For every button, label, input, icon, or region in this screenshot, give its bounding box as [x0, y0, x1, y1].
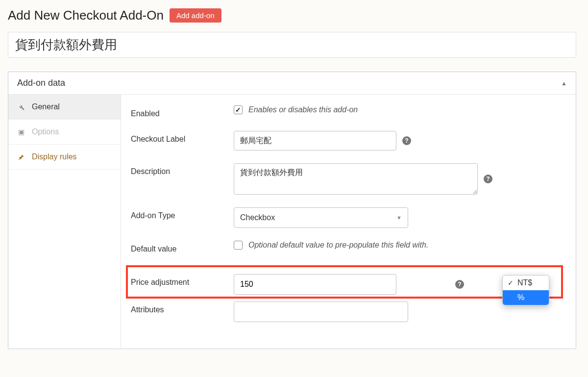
wrench-icon	[17, 103, 25, 111]
label-enabled: Enabled	[131, 105, 234, 118]
default-value-hint: Optional default value to pre-populate t…	[248, 241, 428, 250]
tabs-sidebar: General ▣ Options Display rules	[8, 95, 121, 349]
label-price-adjustment: Price adjustment	[131, 274, 234, 287]
description-textarea[interactable]	[234, 163, 478, 195]
unit-option-label: %	[517, 293, 524, 302]
tab-display-rules[interactable]: Display rules	[8, 145, 121, 170]
tab-label: General	[32, 102, 60, 111]
plus-square-icon: ▣	[17, 128, 25, 136]
chevron-down-icon: ▼	[396, 215, 402, 221]
help-icon[interactable]: ?	[484, 175, 492, 183]
addon-type-value: Checkbox	[240, 213, 275, 222]
add-addon-button[interactable]: Add add-on	[170, 8, 221, 23]
addon-data-panel: Add-on data ▲ General ▣ Options Display …	[8, 72, 576, 349]
label-default-value: Default value	[131, 241, 234, 253]
tab-label: Display rules	[32, 152, 77, 161]
enabled-hint: Enables or disables this add-on	[248, 105, 358, 114]
label-addon-type: Add-on Type	[131, 207, 234, 220]
collapse-toggle-icon[interactable]: ▲	[561, 80, 567, 87]
tab-label: Options	[32, 127, 59, 136]
checkmark-icon: ✓	[508, 279, 514, 287]
default-value-checkbox[interactable]	[234, 241, 243, 250]
unit-option-label: NT$	[517, 278, 532, 287]
unit-option-currency[interactable]: ✓ NT$	[503, 276, 549, 290]
addon-type-select[interactable]: Checkbox ▼	[234, 207, 408, 228]
label-checkout-label: Checkout Label	[131, 131, 234, 144]
price-adjustment-row: Price adjustment ? ✓ NT$ %	[127, 266, 562, 298]
addon-title-input[interactable]	[8, 32, 576, 58]
attributes-input[interactable]	[234, 302, 408, 322]
tab-general[interactable]: General	[8, 95, 121, 120]
help-icon[interactable]: ?	[455, 280, 464, 289]
page-title: Add New Checkout Add-On	[8, 8, 164, 23]
label-attributes: Attributes	[131, 302, 234, 314]
tab-options[interactable]: ▣ Options	[8, 120, 121, 145]
panel-title: Add-on data	[17, 78, 65, 88]
label-description: Description	[131, 163, 234, 176]
price-unit-dropdown: ✓ NT$ %	[502, 275, 549, 305]
unit-option-percent[interactable]: %	[503, 290, 549, 305]
price-adjustment-input[interactable]	[234, 274, 396, 295]
help-icon[interactable]: ?	[402, 136, 411, 145]
checkout-label-input[interactable]	[234, 131, 396, 151]
pin-icon	[17, 153, 25, 161]
general-form: Enabled Enables or disables this add-on …	[121, 95, 576, 349]
enabled-checkbox[interactable]	[234, 105, 243, 114]
